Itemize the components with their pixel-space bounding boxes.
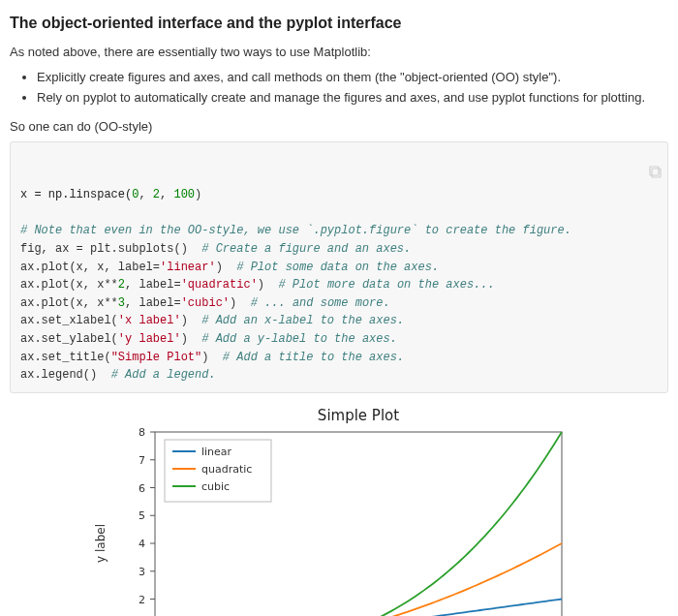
code-token: ax.plot(x, x**	[20, 278, 118, 292]
code-token: 100	[173, 188, 195, 201]
simple-plot-chart: Simple Plot0.000.250.500.751.001.251.501…	[87, 403, 591, 616]
code-token: )	[230, 296, 251, 310]
code-token: ax.legend()	[20, 368, 111, 382]
code-token: )	[258, 278, 279, 292]
code-token: ax.set_ylabel(	[20, 332, 118, 346]
code-comment: # Add a y-label to the axes.	[201, 332, 397, 346]
y-tick-label: 6	[139, 481, 145, 494]
legend-label: quadratic	[201, 463, 252, 476]
chart-title: Simple Plot	[318, 407, 399, 424]
y-tick-label: 5	[139, 509, 145, 522]
code-token: ,	[160, 188, 173, 201]
y-tick-label: 3	[139, 565, 145, 577]
series-quadratic	[155, 543, 562, 616]
code-token: , label=	[125, 296, 181, 310]
series-linear	[155, 599, 562, 616]
code-comment: # Create a figure and an axes.	[201, 242, 411, 256]
code-token: x = np.linspace(	[20, 188, 132, 201]
lead-text: So one can do (OO-style)	[10, 117, 668, 137]
y-axis-label: y label	[94, 524, 108, 563]
code-token: )	[216, 261, 237, 274]
code-token: ax.plot(x, x, label=	[20, 261, 160, 274]
list-item: Rely on pyplot to automatically create a…	[37, 88, 668, 108]
code-comment: # Add a legend.	[111, 368, 216, 382]
code-token: 2	[153, 188, 160, 201]
list-item: Explicitly create figures and axes, and …	[37, 68, 668, 87]
y-tick-label: 2	[139, 593, 145, 605]
code-token: 'y label'	[118, 332, 181, 346]
code-token: )	[195, 188, 201, 201]
ways-list: Explicitly create figures and axes, and …	[10, 68, 668, 108]
code-token: ,	[139, 188, 152, 201]
code-token: 'linear'	[160, 261, 216, 274]
code-token: )	[201, 351, 223, 364]
code-token: 'x label'	[118, 314, 181, 327]
copy-icon[interactable]	[648, 146, 663, 162]
code-token: fig, ax = plt.subplots()	[20, 242, 201, 256]
code-token: 'cubic'	[181, 296, 230, 310]
code-comment: # Note that even in the OO-style, we use…	[20, 224, 571, 237]
code-token: , label=	[125, 278, 181, 292]
svg-rect-1	[650, 167, 659, 175]
code-token: 'quadratic'	[181, 278, 258, 292]
code-block: x = np.linspace(0, 2, 100) # Note that e…	[10, 141, 668, 393]
code-token: 2	[118, 278, 125, 292]
legend-label: linear	[201, 446, 232, 458]
page-title: The object-oriented interface and the py…	[10, 12, 668, 35]
intro-text: As noted above, there are essentially tw…	[10, 43, 668, 62]
code-token: "Simple Plot"	[111, 351, 202, 364]
code-comment: # Add a title to the axes.	[223, 351, 404, 364]
code-comment: # Plot more data on the axes...	[278, 278, 494, 292]
code-token: ax.set_title(	[20, 351, 111, 364]
code-comment: # ... and some more.	[251, 296, 390, 310]
svg-rect-0	[652, 169, 661, 177]
legend-label: cubic	[201, 480, 230, 493]
code-token: ax.plot(x, x**	[20, 296, 118, 310]
y-tick-label: 4	[139, 538, 145, 550]
y-tick-label: 7	[139, 453, 145, 466]
code-token: ax.set_xlabel(	[20, 314, 118, 327]
code-comment: # Plot some data on the axes.	[236, 261, 439, 274]
y-tick-label: 8	[139, 426, 145, 439]
code-token: 3	[118, 296, 125, 310]
code-token: )	[181, 332, 202, 346]
code-comment: # Add an x-label to the axes.	[201, 314, 404, 327]
code-token: )	[181, 314, 202, 327]
